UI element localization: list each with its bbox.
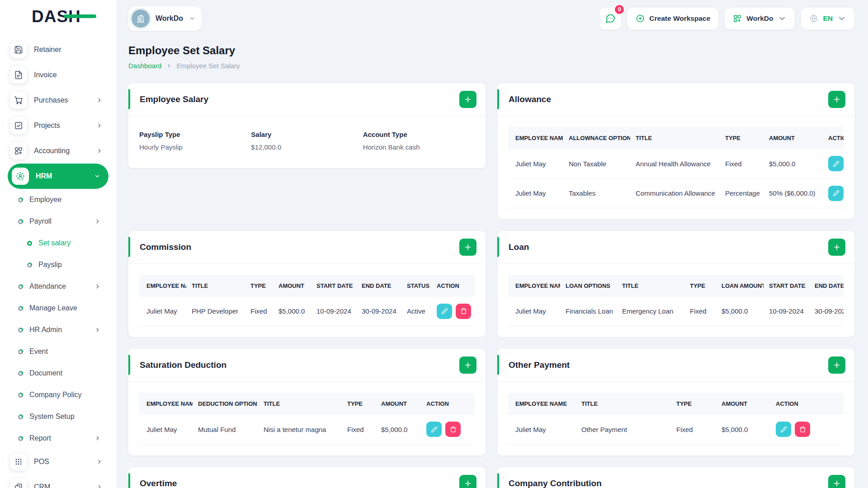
sidebar-item-projects[interactable]: Projects: [0, 113, 116, 138]
table-cell: Juliet May: [508, 297, 560, 326]
column-header-title: TITLE: [186, 275, 245, 297]
table-cell: Fixed: [671, 415, 716, 444]
chevron-right-icon: [96, 97, 103, 103]
add-saturation-deduction-button[interactable]: [459, 357, 476, 374]
chevron-right-icon: [166, 63, 172, 69]
column-header-start-date: START DATE: [764, 275, 809, 297]
invoice-icon: [10, 66, 27, 84]
breadcrumb-dashboard-link[interactable]: Dashboard: [128, 62, 161, 70]
sidebar-item-pos[interactable]: POS: [0, 449, 116, 474]
column-header-status: STATUS: [401, 275, 431, 297]
bullet-icon: [27, 241, 32, 246]
column-header-action: ACTION: [421, 393, 475, 415]
pencil-icon: [833, 160, 840, 167]
field-payslip-type: Payslip TypeHourly Payslip: [139, 131, 251, 151]
sidebar-item-accounting[interactable]: Accounting: [0, 138, 116, 164]
table-row: Juliet MayFinancials LoanEmergency LoanF…: [508, 297, 844, 326]
chevron-right-icon: [96, 122, 103, 129]
sidebar-item-hr-admin[interactable]: HR Admin: [0, 319, 116, 341]
plus-icon: [833, 480, 840, 487]
sidebar-item-retainer[interactable]: Retainer: [0, 37, 116, 62]
crm-icon: [10, 479, 27, 488]
add-other-payment-button[interactable]: [828, 357, 845, 374]
delete-button[interactable]: [445, 422, 461, 437]
sidebar-item-set-salary[interactable]: Set salary: [0, 232, 116, 254]
table-cell: $5,000.0: [716, 415, 770, 444]
sidebar-item-system-setup[interactable]: System Setup: [0, 406, 116, 427]
sidebar-item-employee[interactable]: Employee: [0, 189, 116, 211]
table-cell: Juliet May: [139, 415, 193, 444]
language-selector[interactable]: EN: [801, 8, 854, 29]
sidebar-item-hrm[interactable]: HRM: [8, 164, 108, 189]
table-cell: PHP Developer: [186, 297, 245, 326]
table-cell: $5,000.0: [764, 149, 823, 178]
add-company-contribution-button[interactable]: [828, 475, 845, 488]
field-label: Account Type: [363, 131, 475, 138]
sidebar-item-label: Employee: [29, 196, 61, 204]
sidebar-item-crm[interactable]: CRM: [0, 474, 116, 488]
sidebar-item-attendance[interactable]: Attendance: [0, 276, 116, 297]
field-label: Payslip Type: [139, 131, 251, 138]
delete-button[interactable]: [795, 422, 810, 437]
sidebar-item-company-policy[interactable]: Company Policy: [0, 384, 116, 406]
logo-crossbar-icon: [64, 14, 96, 18]
create-workspace-button[interactable]: Create Workspace: [627, 8, 718, 29]
sidebar-item-invoice[interactable]: Invoice: [0, 62, 116, 88]
sidebar-item-purchases[interactable]: Purchases: [0, 88, 116, 113]
bullet-icon: [18, 328, 23, 333]
table-cell: Annual Health Allowance: [630, 149, 720, 178]
add-employee-salary-button[interactable]: [459, 91, 476, 108]
column-header-title: TITLE: [617, 275, 684, 297]
column-header-amount: AMOUNT: [376, 393, 421, 415]
column-header-action: ACTION: [770, 393, 844, 415]
table-cell: Emergency Loan: [617, 297, 684, 326]
sidebar-item-label: Attendance: [29, 282, 66, 291]
chevron-down-icon: [189, 15, 195, 22]
bullet-icon: [18, 284, 23, 289]
brand-logo[interactable]: DASH: [0, 0, 116, 33]
other-payment-table: EMPLOYEE NAMETITLETYPEAMOUNTACTIONJuliet…: [508, 393, 844, 445]
table-cell-actions: [823, 178, 844, 208]
add-overtime-button[interactable]: [459, 475, 476, 488]
column-header-type: TYPE: [245, 275, 273, 297]
add-allowance-button[interactable]: [828, 91, 845, 108]
sidebar-item-label: Projects: [34, 122, 60, 130]
table-cell: Active: [401, 297, 431, 326]
sidebar-item-manage-leave[interactable]: Manage Leave: [0, 297, 116, 319]
sidebar-item-payroll[interactable]: Payroll: [0, 211, 116, 232]
sidebar-item-payslip[interactable]: Payslip: [0, 254, 116, 276]
chevron-down-icon: [778, 14, 787, 23]
commission-card: Commission EMPLOYEE NAMETITLETYPEAMOUNTS…: [128, 231, 486, 338]
edit-button[interactable]: [437, 304, 452, 319]
edit-button[interactable]: [776, 422, 791, 437]
delete-button[interactable]: [456, 304, 471, 319]
sidebar-item-label: CRM: [34, 483, 50, 488]
table-cell: 10-09-2024: [764, 297, 809, 326]
messages-button[interactable]: 0: [599, 8, 621, 29]
column-header-end-date: END DATE: [356, 275, 401, 297]
sidebar-item-label: Payslip: [38, 261, 62, 269]
edit-button[interactable]: [426, 422, 442, 437]
bullet-icon: [18, 414, 23, 419]
edit-button[interactable]: [828, 186, 844, 201]
column-header-type: TYPE: [684, 275, 716, 297]
table-cell: 30-09-2024: [356, 297, 401, 326]
field-value: Hourly Payslip: [139, 143, 251, 151]
table-cell: Non Taxable: [563, 149, 630, 178]
add-loan-button[interactable]: [828, 239, 845, 256]
sidebar-item-document[interactable]: Document: [0, 362, 116, 384]
sidebar-item-event[interactable]: Event: [0, 341, 116, 362]
card-title: Saturation Deduction: [140, 360, 226, 370]
add-commission-button[interactable]: [459, 239, 476, 256]
field-account-type: Account TypeHorizon Bank cash: [363, 131, 475, 151]
edit-button[interactable]: [828, 156, 844, 171]
chevron-down-icon: [837, 14, 846, 23]
sidebar-item-label: Manage Leave: [29, 304, 77, 312]
hrm-icon: [12, 168, 29, 185]
workspace-switcher[interactable]: WorkDo: [128, 6, 202, 31]
sidebar-item-report[interactable]: Report: [0, 427, 116, 449]
column-header-type: TYPE: [671, 393, 716, 415]
app-switcher-button[interactable]: WorkDo: [725, 8, 795, 29]
table-cell: Other Payment: [576, 415, 671, 444]
company-contribution-card: Company Contribution: [497, 467, 854, 488]
